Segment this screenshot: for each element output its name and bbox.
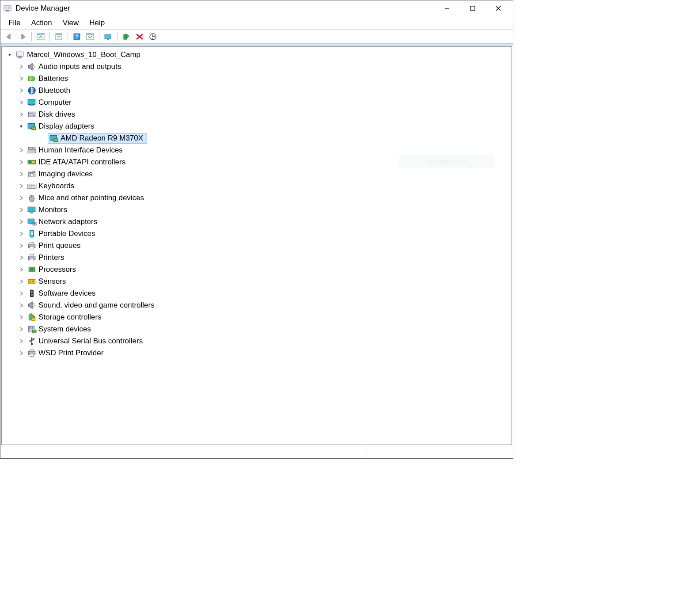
menu-file[interactable]: File: [3, 17, 26, 29]
tree-item[interactable]: Human Interface Devices: [2, 144, 512, 156]
battery-icon: [27, 74, 37, 83]
printer-icon: [27, 253, 37, 262]
back-button[interactable]: [3, 31, 15, 42]
chevron-right-icon[interactable]: [18, 99, 25, 106]
svg-point-51: [29, 171, 30, 172]
svg-rect-60: [28, 207, 35, 212]
chevron-right-icon[interactable]: [18, 254, 25, 261]
svg-rect-68: [31, 231, 33, 235]
chevron-right-icon[interactable]: [18, 230, 25, 237]
chevron-right-icon[interactable]: [18, 278, 25, 285]
chevron-right-icon[interactable]: [18, 75, 25, 82]
chevron-down-icon[interactable]: [6, 51, 13, 58]
ide-icon: [27, 158, 37, 167]
tree-item[interactable]: Display adapters: [2, 120, 512, 132]
chevron-right-icon[interactable]: [18, 290, 25, 297]
svg-rect-31: [28, 112, 35, 117]
tree-item-label: Storage controllers: [38, 313, 103, 322]
chevron-right-icon[interactable]: [18, 159, 25, 166]
uninstall-device-button[interactable]: [133, 31, 146, 42]
svg-rect-98: [30, 354, 34, 356]
maximize-button[interactable]: [460, 0, 485, 16]
tree-item[interactable]: Audio inputs and outputs: [2, 61, 512, 72]
tree-item[interactable]: Marcel_Windows_10_Boot_Camp: [2, 49, 512, 61]
chevron-right-icon[interactable]: [18, 171, 25, 178]
properties-button[interactable]: [53, 31, 65, 42]
tree-item-label: Marcel_Windows_10_Boot_Camp: [27, 50, 142, 59]
chevron-right-icon[interactable]: [18, 266, 25, 273]
tree-item[interactable]: Keyboards: [2, 180, 512, 192]
sensor-icon: [27, 277, 37, 286]
svg-rect-9: [37, 34, 44, 35]
tree-item[interactable]: Sensors: [2, 275, 512, 287]
forward-button[interactable]: [16, 31, 29, 42]
tree-item-label: IDE ATA/ATAPI controllers: [38, 158, 127, 167]
chevron-right-icon[interactable]: [18, 314, 25, 321]
tree-item[interactable]: Portable Devices: [2, 228, 512, 240]
chevron-right-icon[interactable]: [18, 194, 25, 202]
tree-item[interactable]: WSD Print Provider: [2, 347, 512, 359]
window-title: Device Manager: [15, 4, 70, 13]
tree-item[interactable]: AMD Radeon R9 M370X: [2, 132, 512, 144]
tree-item[interactable]: Processors: [2, 263, 512, 275]
app-icon: [3, 4, 12, 13]
tree-item[interactable]: Network adapters: [2, 216, 512, 228]
menu-view[interactable]: View: [57, 17, 84, 29]
minimize-button[interactable]: [434, 0, 460, 16]
tree-item-label: System devices: [38, 325, 93, 334]
tree-item-label: Print queues: [38, 241, 82, 250]
chevron-right-icon[interactable]: [18, 63, 25, 70]
tree-item[interactable]: Monitors: [2, 204, 512, 216]
chevron-right-icon[interactable]: [18, 326, 25, 333]
tree-item[interactable]: Computer: [2, 96, 512, 108]
show-hide-tree-button[interactable]: [34, 31, 47, 42]
tree-item[interactable]: Imaging devices: [2, 168, 512, 180]
chevron-right-icon[interactable]: [18, 338, 25, 345]
chevron-right-icon[interactable]: [18, 111, 25, 118]
svg-point-94: [29, 340, 30, 342]
chevron-right-icon[interactable]: [18, 302, 25, 309]
enable-device-button[interactable]: [120, 31, 133, 42]
svg-rect-87: [32, 318, 35, 320]
svg-rect-71: [30, 247, 34, 249]
close-button[interactable]: [485, 0, 511, 16]
show-hidden-button[interactable]: [84, 31, 96, 42]
chevron-right-icon[interactable]: [18, 206, 25, 213]
scan-hardware-button[interactable]: [147, 31, 159, 42]
device-tree[interactable]: Marcel_Windows_10_Boot_CampAudio inputs …: [1, 46, 512, 445]
menu-help[interactable]: Help: [84, 17, 110, 29]
tree-item[interactable]: Sound, video and game controllers: [2, 299, 512, 311]
software-icon: [27, 289, 37, 298]
display-adapter-icon: [49, 134, 59, 143]
help-button[interactable]: ?: [71, 31, 83, 42]
tree-item[interactable]: Disk drives: [2, 108, 512, 120]
tree-item[interactable]: Universal Serial Bus controllers: [2, 335, 512, 347]
tree-item[interactable]: Software devices: [2, 287, 512, 299]
disk-icon: [27, 110, 37, 119]
chevron-right-icon[interactable]: [18, 242, 25, 249]
tree-item-label: Sound, video and game controllers: [38, 301, 156, 310]
hid-icon: [27, 146, 37, 155]
svg-point-3: [8, 8, 10, 9]
chevron-right-icon[interactable]: [18, 218, 25, 225]
tree-item[interactable]: Batteries: [2, 72, 512, 84]
chevron-right-icon[interactable]: [18, 147, 25, 154]
menu-action[interactable]: Action: [26, 17, 57, 29]
update-driver-button[interactable]: [102, 31, 114, 42]
statusbar: [0, 446, 513, 458]
chevron-down-icon[interactable]: [18, 123, 25, 130]
tree-item-label: Universal Serial Bus controllers: [38, 337, 144, 346]
tree-item[interactable]: Mice and other pointing devices: [2, 192, 512, 204]
chevron-right-icon[interactable]: [18, 183, 25, 190]
svg-rect-97: [30, 350, 34, 351]
svg-rect-25: [28, 76, 34, 80]
tree-item[interactable]: Print queues: [2, 240, 512, 251]
tree-item[interactable]: Bluetooth: [2, 84, 512, 96]
tree-item[interactable]: Printers: [2, 251, 512, 263]
svg-rect-18: [105, 34, 111, 39]
chevron-right-icon[interactable]: [18, 87, 25, 94]
tree-item[interactable]: Storage controllers: [2, 311, 512, 323]
chevron-right-icon[interactable]: [18, 350, 25, 357]
tree-item[interactable]: System devices: [2, 323, 512, 335]
svg-rect-22: [16, 52, 23, 56]
